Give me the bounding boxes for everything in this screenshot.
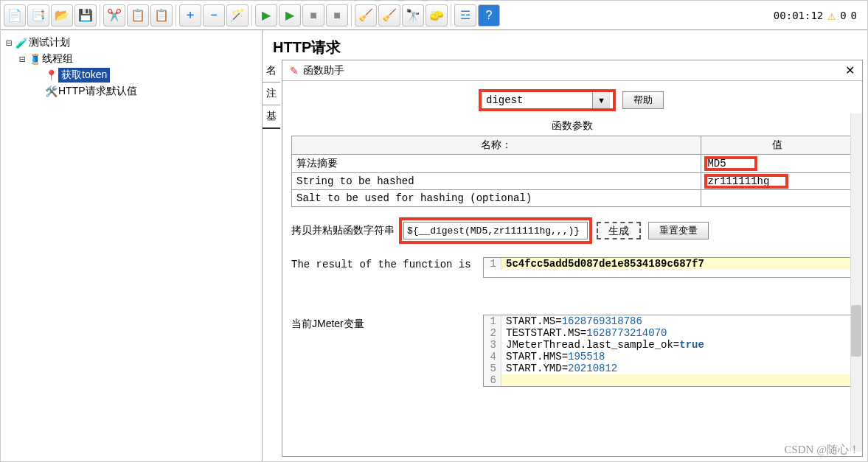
result-box: 15c4fcc5add5d087de1e8534189c687f7 — [483, 257, 853, 278]
start-no-timers-icon[interactable]: ▶ — [279, 4, 301, 27]
config-icon: 🛠️ — [44, 85, 58, 97]
help-button[interactable]: 帮助 — [622, 91, 664, 109]
gear-icon: 🧵 — [27, 53, 42, 65]
params-heading: 函数参数 — [291, 119, 853, 133]
beaker-icon: 🧪 — [14, 37, 29, 49]
watermark: CSDN @随心！ — [784, 443, 860, 457]
start-icon[interactable]: ▶ — [255, 4, 277, 27]
content-area: HTTP请求 名 注 基 ✎ 函数助手 ✕ ▼ — [263, 30, 867, 461]
result-label: The result of the function is — [291, 257, 476, 278]
wand-icon[interactable]: 🪄 — [226, 4, 249, 27]
copy-paste-label: 拷贝并粘贴函数字符串 — [291, 224, 395, 237]
col-value: 值 — [701, 136, 853, 155]
reset-vars-button[interactable]: 重置变量 — [648, 222, 709, 239]
error-count-1: 0 — [840, 10, 846, 21]
search-icon[interactable]: 🔭 — [402, 4, 424, 27]
save-icon[interactable]: 💾 — [74, 4, 97, 27]
main-toolbar: 📄 📑 📂 💾 ✂️ 📋 📋 ＋ － 🪄 ▶ ▶ ■ ■ 🧹 🧹 🔭 🧽 ☲ ?… — [1, 1, 867, 30]
pencil-icon: ✎ — [290, 65, 299, 77]
param-value-cell[interactable]: MD5 — [701, 155, 853, 173]
warning-icon: ⚠ — [827, 7, 836, 23]
params-table: 名称：值 算法摘要MD5 String to be hashedzr111111… — [291, 136, 853, 207]
tree-root[interactable]: 测试计划 — [29, 36, 70, 49]
remove-icon[interactable]: － — [203, 4, 225, 27]
app-window: 📄 📑 📂 💾 ✂️ 📋 📋 ＋ － 🪄 ▶ ▶ ■ ■ 🧹 🧹 🔭 🧽 ☲ ?… — [0, 0, 868, 462]
shutdown-icon[interactable]: ■ — [326, 4, 348, 27]
tree-thread-group[interactable]: 线程组 — [42, 52, 73, 66]
param-value-cell[interactable] — [701, 190, 853, 207]
function-select[interactable]: ▼ — [481, 91, 614, 109]
options-icon[interactable]: ☲ — [454, 4, 476, 27]
scrollbar[interactable] — [850, 113, 862, 452]
table-row: Salt to be used for hashing (optional) — [292, 190, 853, 207]
open-icon[interactable]: 📂 — [51, 4, 73, 27]
add-icon[interactable]: ＋ — [179, 4, 201, 27]
tree-node-token[interactable]: 获取token — [58, 68, 110, 83]
new-file-icon[interactable]: 📄 — [4, 4, 26, 27]
templates-icon[interactable]: 📑 — [27, 4, 49, 27]
page-title: HTTP请求 — [263, 30, 867, 60]
function-string-input[interactable] — [403, 222, 588, 239]
param-value-cell[interactable]: zr111111hg — [701, 173, 853, 190]
copy-icon[interactable]: 📋 — [127, 4, 149, 27]
help-icon[interactable]: ? — [478, 4, 500, 27]
table-row: 算法摘要MD5 — [292, 155, 853, 173]
function-select-input[interactable] — [482, 93, 592, 108]
sampler-icon: 📍 — [44, 69, 58, 81]
error-count-2: 0 — [851, 10, 857, 21]
test-plan-tree[interactable]: ⊟🧪测试计划 ⊟🧵线程组 📍获取token 🛠️HTTP请求默认值 — [1, 30, 263, 461]
chevron-down-icon[interactable]: ▼ — [592, 92, 610, 108]
tree-node-defaults[interactable]: HTTP请求默认值 — [58, 85, 137, 98]
dialog-titlebar: ✎ 函数助手 ✕ — [282, 60, 862, 81]
truncated-labels: 名 注 基 — [263, 60, 280, 129]
stop-icon[interactable]: ■ — [302, 4, 324, 27]
function-helper-dialog: ✎ 函数助手 ✕ ▼ 帮助 函数参数 名称：值 算法摘 — [282, 60, 863, 457]
table-row: String to be hashedzr111111hg — [292, 173, 853, 190]
dialog-title: 函数助手 — [303, 64, 344, 77]
function-helper-icon[interactable]: 🧽 — [426, 4, 448, 27]
elapsed-time: 00:01:12 — [774, 10, 823, 21]
result-value[interactable]: 5c4fcc5add5d087de1e8534189c687f7 — [501, 258, 853, 270]
generate-button[interactable]: 生成 — [597, 222, 641, 239]
vars-box[interactable]: 1START.MS=16287693187862TESTSTART.MS=162… — [483, 315, 853, 387]
timer-display: 00:01:12 ⚠ 0 0 — [774, 7, 864, 23]
close-icon[interactable]: ✕ — [845, 63, 855, 77]
vars-label: 当前JMeter变量 — [291, 315, 476, 387]
cut-icon[interactable]: ✂️ — [103, 4, 125, 27]
clear-icon[interactable]: 🧹 — [355, 4, 377, 27]
col-name: 名称： — [292, 136, 701, 155]
paste-icon[interactable]: 📋 — [150, 4, 173, 27]
clear-all-icon[interactable]: 🧹 — [378, 4, 400, 27]
